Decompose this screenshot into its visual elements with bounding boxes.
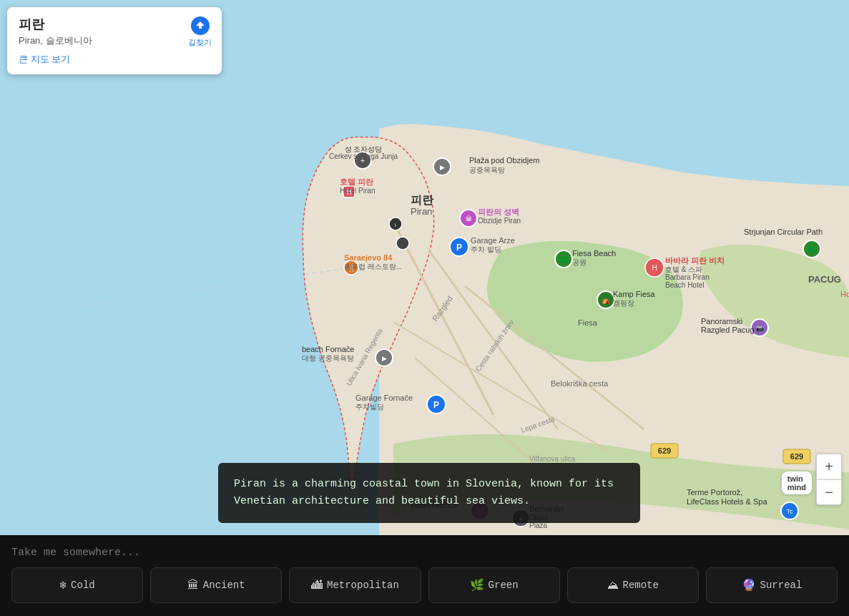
svg-text:Kamp Fiesa: Kamp Fiesa <box>613 290 656 298</box>
svg-text:공원: 공원 <box>572 258 587 266</box>
metropolitan-icon: 🏙 <box>311 579 323 592</box>
category-button-green[interactable]: 🌿Green <box>428 567 560 603</box>
svg-text:공중목욕탕: 공중목욕탕 <box>469 166 505 174</box>
category-button-surreal[interactable]: 🔮Surreal <box>706 567 838 603</box>
green-label: Green <box>489 580 519 591</box>
category-button-cold[interactable]: ❄Cold <box>11 567 143 603</box>
svg-text:Fiesa: Fiesa <box>578 318 598 327</box>
info-card: 피란 Piran, 슬로베니아 길찾기 큰 지도 보기 <box>7 7 222 74</box>
big-map-link[interactable]: 큰 지도 보기 <box>19 53 210 66</box>
description-box: Piran is a charming coastal town in Slov… <box>218 463 640 523</box>
svg-text:Barbara Piran: Barbara Piran <box>665 273 710 281</box>
directions-icon <box>190 16 210 36</box>
svg-text:H: H <box>652 264 657 272</box>
surreal-label: Surreal <box>760 580 803 591</box>
svg-text:🏛: 🏛 <box>466 215 472 223</box>
svg-text:Terme Portorož,: Terme Portorož, <box>687 488 742 497</box>
svg-text:P: P <box>456 243 462 253</box>
svg-point-77 <box>396 237 409 250</box>
category-buttons: ❄Cold🏛Ancient🏙Metropolitan🌿Green⛰Remote🔮… <box>11 567 838 603</box>
svg-text:⛺: ⛺ <box>602 295 611 305</box>
svg-text:Piran: Piran <box>411 206 432 217</box>
search-input[interactable] <box>11 547 838 559</box>
svg-text:캠핑장: 캠핑장 <box>613 299 634 307</box>
svg-text:▶: ▶ <box>440 164 445 171</box>
svg-text:Garage Fornače: Garage Fornače <box>355 393 413 402</box>
svg-text:▶: ▶ <box>382 355 387 362</box>
surreal-icon: 🔮 <box>742 578 756 592</box>
zoom-out-button[interactable]: − <box>816 479 842 505</box>
svg-text:PACUG: PACUG <box>808 274 841 285</box>
remote-label: Remote <box>623 580 659 591</box>
svg-text:Hotel: Hotel <box>840 290 849 298</box>
svg-text:629: 629 <box>790 452 803 461</box>
remote-icon: ⛰ <box>607 579 619 592</box>
svg-text:Vilfanova ulica: Vilfanova ulica <box>529 455 576 463</box>
zoom-in-button[interactable]: + <box>816 454 842 479</box>
svg-text:호텔 & 스파: 호텔 & 스파 <box>665 265 702 273</box>
svg-text:📷: 📷 <box>756 324 765 333</box>
svg-text:Beach Hotel: Beach Hotel <box>665 281 704 289</box>
map-container[interactable]: Razgled Ulica Ivana Regenta Belokriška c… <box>0 0 849 616</box>
svg-text:Razgled Pacug: Razgled Pacug <box>701 326 755 334</box>
svg-text:동유럽 레스토랑...: 동유럽 레스토랑... <box>344 263 402 270</box>
description-text: Piran is a charming coastal town in Slov… <box>234 478 614 507</box>
category-button-metropolitan[interactable]: 🏙Metropolitan <box>289 567 421 603</box>
ancient-label: Ancient <box>203 580 245 591</box>
zoom-controls: + − <box>816 454 842 505</box>
svg-text:🌲: 🌲 <box>559 255 569 265</box>
bottom-bar: ❄Cold🏛Ancient🏙Metropolitan🌿Green⛰Remote🔮… <box>0 535 849 616</box>
metropolitan-label: Metropolitan <box>327 580 399 591</box>
svg-text:Obzidje Piran: Obzidje Piran <box>478 217 521 225</box>
svg-text:Tc: Tc <box>787 508 794 515</box>
svg-text:주차 빌딩: 주차 빌딩 <box>471 245 501 253</box>
svg-text:Cerkev svetega Junja: Cerkev svetega Junja <box>329 152 398 160</box>
svg-text:Fiesa Beach: Fiesa Beach <box>572 249 616 258</box>
svg-text:Saraejevo 84: Saraejevo 84 <box>344 253 393 262</box>
svg-text:beach Fornače: beach Fornače <box>302 345 354 353</box>
svg-text:Belokriška cesta: Belokriška cesta <box>551 379 609 388</box>
category-button-remote[interactable]: ⛰Remote <box>567 567 699 603</box>
green-icon: 🌿 <box>470 578 484 592</box>
svg-text:🌲: 🌲 <box>807 244 817 254</box>
ancient-icon: 🏛 <box>187 579 199 592</box>
svg-text:LifeClass Hotels & Spa: LifeClass Hotels & Spa <box>687 497 767 506</box>
svg-text:바바라 피란 비치: 바바라 피란 비치 <box>665 256 725 265</box>
svg-text:Plaža pod Obzidjem: Plaža pod Obzidjem <box>469 156 539 165</box>
svg-text:Panoramski: Panoramski <box>701 317 742 326</box>
svg-text:Garage Arze: Garage Arze <box>471 236 515 245</box>
cold-icon: ❄ <box>59 578 67 592</box>
place-name: 피란 <box>19 16 210 33</box>
svg-text:Hotel Piran: Hotel Piran <box>340 187 375 195</box>
cold-label: Cold <box>71 580 95 591</box>
place-sub: Piran, 슬로베니아 <box>19 34 210 47</box>
twinmind-logo: twinmind <box>782 471 812 494</box>
svg-text:i: i <box>395 222 396 228</box>
svg-text:호텔 피란: 호텔 피란 <box>340 177 374 186</box>
svg-text:대형 공중목욕탕: 대형 공중목욕탕 <box>302 354 354 362</box>
category-button-ancient[interactable]: 🏛Ancient <box>150 567 282 603</box>
directions-label: 길찾기 <box>188 37 212 48</box>
svg-text:피란의 성벽: 피란의 성벽 <box>478 207 519 216</box>
svg-text:P: P <box>433 400 439 410</box>
svg-text:Strjunjan Circular Path: Strjunjan Circular Path <box>744 228 823 236</box>
svg-text:피란: 피란 <box>411 194 434 206</box>
svg-text:주차빌딩: 주차빌딩 <box>355 403 384 411</box>
directions-button[interactable]: 길찾기 <box>188 16 212 48</box>
svg-text:629: 629 <box>658 446 671 455</box>
